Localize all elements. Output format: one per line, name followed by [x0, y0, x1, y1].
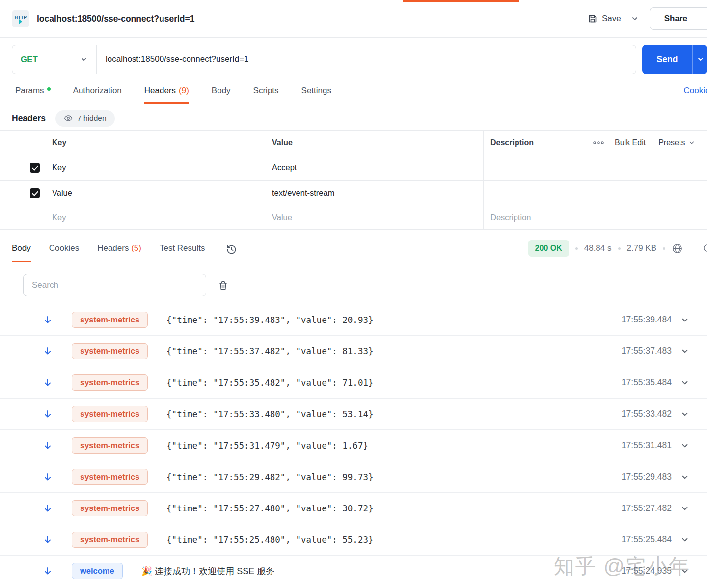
table-row-placeholder[interactable]: Key Value Description: [0, 206, 707, 230]
chevron-down-icon[interactable]: [680, 504, 689, 513]
chevron-down-icon[interactable]: [680, 378, 689, 387]
row-checkbox[interactable]: [30, 188, 40, 198]
method-select[interactable]: GET: [12, 45, 96, 74]
tab-params[interactable]: Params: [15, 86, 51, 104]
cookies-link[interactable]: Cookies: [684, 86, 707, 104]
event-row[interactable]: system-metrics {"time": "17:55:27.480", …: [0, 493, 707, 524]
event-timestamp: 17:55:29.483: [622, 472, 672, 482]
event-type-badge: system-metrics: [72, 500, 148, 516]
url-divider: [96, 45, 97, 74]
event-row[interactable]: welcome 🎉 连接成功！欢迎使用 SSE 服务 17:55:24.935: [0, 556, 707, 587]
event-type-badge: system-metrics: [72, 374, 148, 391]
event-direction-down-icon: [43, 566, 53, 576]
event-direction-down-icon: [43, 472, 53, 482]
event-row[interactable]: system-metrics {"time": "17:55:39.483", …: [0, 304, 707, 336]
event-row[interactable]: system-metrics {"time": "17:55:33.480", …: [0, 399, 707, 430]
row-checkbox-cell: [0, 181, 45, 206]
row-key-cell[interactable]: Value: [45, 181, 265, 206]
history-icon[interactable]: [226, 244, 237, 262]
save-label: Save: [602, 14, 621, 24]
event-row[interactable]: system-metrics {"time": "17:55:31.479", …: [0, 430, 707, 461]
share-label: Share: [664, 14, 687, 24]
event-message: {"time": "17:55:31.479", "value": 1.67}: [166, 441, 368, 451]
send-label: Send: [642, 54, 692, 65]
save-button[interactable]: Save: [588, 14, 621, 24]
event-direction-down-icon: [43, 409, 53, 419]
meta-separator-dot: [618, 247, 621, 250]
key-input-cell[interactable]: Key: [45, 206, 265, 229]
event-type-badge: system-metrics: [72, 532, 148, 548]
tab-authorization[interactable]: Authorization: [73, 86, 122, 104]
row-actions-cell: [584, 155, 707, 180]
event-timestamp: 17:55:24.935: [622, 566, 672, 576]
headers-table-head: Key Value Description Bulk Edit Presets: [0, 131, 707, 155]
tab-headers[interactable]: Headers(9): [144, 86, 189, 104]
event-message: {"time": "17:55:37.482", "value": 81.33}: [166, 347, 373, 356]
send-button[interactable]: Send: [642, 45, 707, 74]
row-key-cell[interactable]: Key: [45, 155, 265, 180]
search-response-icon[interactable]: [702, 243, 707, 254]
event-timestamp: 17:55:27.482: [622, 503, 672, 513]
presets-button[interactable]: Presets: [658, 138, 695, 147]
headers-section-header: Headers 7 hidden: [12, 109, 707, 127]
topbar-actions: Save Share: [588, 7, 707, 30]
globe-icon[interactable]: [672, 243, 683, 254]
search-input[interactable]: [23, 274, 206, 296]
bulk-edit-button[interactable]: Bulk Edit: [615, 138, 646, 147]
row-value-cell[interactable]: Accept: [265, 155, 484, 180]
event-timestamp: 17:55:25.484: [622, 535, 672, 545]
meta-divider: [694, 241, 694, 255]
response-tab-cookies[interactable]: Cookies: [49, 243, 79, 262]
tab-body[interactable]: Body: [212, 86, 231, 104]
value-input-cell[interactable]: Value: [265, 206, 484, 229]
eye-icon: [64, 114, 73, 123]
topbar: HTTP localhost:18500/sse-connect?userId=…: [0, 0, 707, 38]
hidden-headers-badge[interactable]: 7 hidden: [55, 110, 114, 127]
headers-table: Key Value Description Bulk Edit Presets …: [0, 130, 707, 230]
table-row[interactable]: Value text/event-stream: [0, 181, 707, 206]
share-button[interactable]: Share: [650, 7, 707, 30]
chevron-down-icon[interactable]: [680, 316, 689, 324]
hidden-headers-label: 7 hidden: [77, 114, 106, 123]
response-tab-test-results[interactable]: Test Results: [160, 243, 205, 262]
chevron-down-icon[interactable]: [680, 473, 689, 481]
meta-separator-dot: [575, 247, 578, 250]
chevron-down-icon[interactable]: [680, 535, 689, 544]
tab-settings[interactable]: Settings: [301, 86, 331, 104]
meta-separator-dot: [663, 247, 665, 250]
response-tab-body[interactable]: Body: [12, 243, 31, 262]
event-type-badge: system-metrics: [72, 437, 148, 454]
event-row[interactable]: system-metrics {"time": "17:55:25.480", …: [0, 524, 707, 556]
row-description-cell[interactable]: [484, 155, 584, 180]
event-timestamp: 17:55:33.482: [622, 409, 672, 419]
row-checkbox[interactable]: [30, 163, 40, 173]
save-dropdown-chevron-icon[interactable]: [631, 15, 639, 23]
response-time: 48.84 s: [584, 243, 612, 253]
event-row[interactable]: system-metrics {"time": "17:55:35.482", …: [0, 367, 707, 399]
more-options-icon[interactable]: [592, 140, 605, 145]
url-input[interactable]: [106, 54, 636, 64]
description-input-cell[interactable]: Description: [484, 206, 584, 229]
chevron-down-icon[interactable]: [680, 567, 689, 576]
event-row[interactable]: system-metrics {"time": "17:55:29.482", …: [0, 461, 707, 493]
tab-scripts[interactable]: Scripts: [253, 86, 279, 104]
event-row[interactable]: system-metrics {"time": "17:55:37.482", …: [0, 336, 707, 367]
response-meta: 200 OK 48.84 s 2.79 KB: [528, 240, 707, 262]
row-value-cell[interactable]: text/event-stream: [265, 181, 484, 206]
event-timestamp: 17:55:39.484: [622, 315, 672, 325]
chevron-down-icon[interactable]: [680, 441, 689, 450]
chevron-down-icon[interactable]: [680, 347, 689, 356]
table-row[interactable]: Key Accept: [0, 155, 707, 181]
event-message: {"time": "17:55:29.482", "value": 99.73}: [166, 472, 373, 482]
http-icon-arrow: [19, 19, 22, 24]
event-direction-down-icon: [43, 378, 53, 388]
row-description-cell[interactable]: [484, 181, 584, 206]
presets-label: Presets: [658, 138, 685, 147]
browser-tab-accent-bar: [403, 0, 519, 2]
chevron-down-icon[interactable]: [680, 410, 689, 419]
event-message: {"time": "17:55:25.480", "value": 55.23}: [166, 535, 373, 545]
trash-icon[interactable]: [218, 280, 229, 291]
response-tab-headers[interactable]: Headers (5): [97, 243, 141, 262]
send-dropdown-chevron-icon[interactable]: [697, 55, 705, 63]
event-direction-down-icon: [43, 347, 53, 356]
